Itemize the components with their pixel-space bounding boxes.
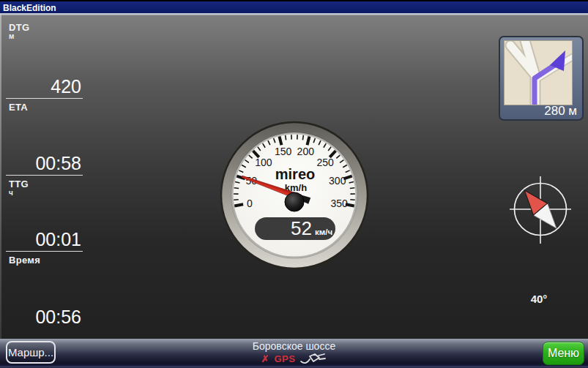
gps-no-fix-icon: ✗ (261, 353, 269, 364)
gauge-scale-label: 100 (255, 157, 272, 168)
gauge-scale-label: 0 (247, 198, 253, 209)
title-bar: BlackEdition (0, 0, 588, 13)
gauge-scale-label: 250 (316, 157, 334, 168)
gauge-scale-label: 200 (297, 146, 315, 157)
dashboard-area: DTG м 420 ETA 00:58 TTG ч 00:01 Время 00… (0, 13, 588, 339)
compass (505, 174, 576, 244)
gauge-scale-label: 300 (329, 175, 346, 187)
gauge-minor-tick (302, 135, 303, 140)
power-plug-icon (300, 353, 327, 365)
metric-ttg-label: TTG (9, 179, 29, 189)
gauge-minor-tick (350, 188, 354, 189)
gauge-scale-label: 350 (330, 198, 348, 209)
metric-time-label: Время (9, 255, 40, 266)
metric-eta-value: 00:58 (6, 151, 83, 176)
metric-ttg-unit: ч (9, 189, 13, 197)
gauge-brand-text: mireo (275, 166, 315, 182)
gauge-minor-tick (286, 135, 286, 140)
gps-label: GPS (274, 353, 295, 364)
maneuver-distance: 280 м (544, 104, 577, 119)
metric-dtg-unit: м (9, 32, 14, 40)
bottom-bar: Боровское шоссе ✗ GPS Маршр... Меню (0, 339, 588, 368)
metric-eta-label: ETA (9, 102, 28, 113)
metric-ttg-value: 00:01 (6, 228, 83, 252)
gauge-major-tick (234, 204, 243, 206)
menu-button[interactable]: Меню (543, 342, 584, 365)
maneuver-map (504, 40, 573, 105)
gauge-minor-tick (234, 188, 239, 189)
maneuver-preview[interactable]: 280 м (499, 36, 584, 121)
metric-dtg-value: 420 (6, 75, 83, 99)
maneuver-map-graphic (505, 41, 573, 105)
metric-dtg-label: DTG (9, 22, 29, 33)
heading-readout: 40° (521, 293, 557, 305)
current-street: Боровское шоссе (88, 340, 500, 352)
app-title: BlackEdition (3, 3, 56, 13)
gauge-hub (285, 192, 304, 211)
route-button[interactable]: Маршр... (6, 341, 56, 364)
nav-app-screen: BlackEdition DTG м 420 ETA 00:58 TTG ч 0… (0, 0, 588, 368)
gauge-digital-value: 52 (291, 217, 312, 239)
gauge-scale-label: 150 (275, 146, 292, 157)
gps-status[interactable]: ✗ GPS (88, 352, 500, 365)
gauge-digital-unit: км/ч (315, 228, 332, 236)
metric-time-value: 00:56 (6, 305, 83, 329)
left-edge-highlight (0, 15, 1, 339)
speedometer-gauge: 050100150200250300350 mireo km/h 52 км/ч (217, 118, 372, 273)
